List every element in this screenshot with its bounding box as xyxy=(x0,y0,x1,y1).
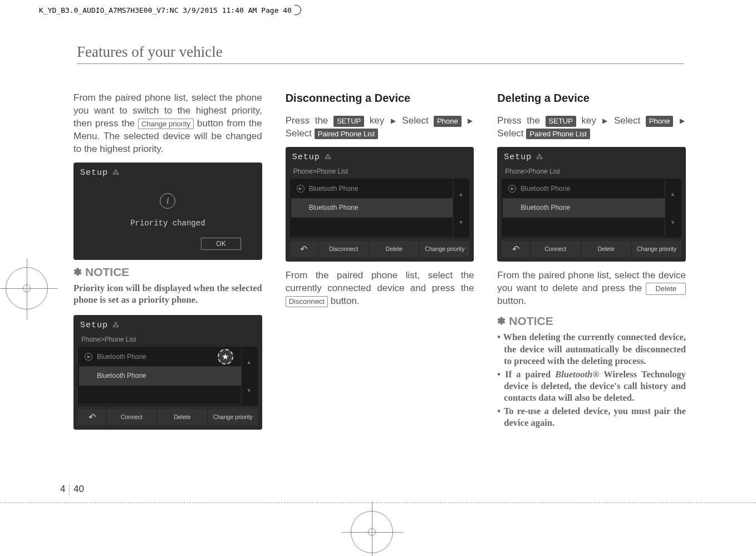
delete-inline-button[interactable]: Delete xyxy=(646,283,686,295)
file-header: K_YD_B3.0_AUDIO_A7MS7H3E00_V7:NC 3/9/201… xyxy=(39,4,301,16)
scroll-down-icon[interactable]: ▼ xyxy=(241,376,257,405)
page-header-title: Features of your vehicle xyxy=(77,43,684,63)
para-disconnect-instruction: From the paired phone list, select the c… xyxy=(286,269,474,308)
list-item-empty xyxy=(291,218,453,237)
ok-button[interactable]: OK xyxy=(201,238,240,250)
change-priority-button[interactable]: Change priority xyxy=(138,119,194,130)
notice-heading: ✽ NOTICE xyxy=(497,314,686,328)
column-3: Deleting a Device Press the SETUP key ▶ … xyxy=(497,92,686,435)
para-press-setup: Press the SETUP key ▶ Select Phone ▶ Sel… xyxy=(497,115,686,140)
connect-button[interactable]: Connect xyxy=(531,241,580,258)
crop-mark-bottom xyxy=(351,511,393,553)
notice-label: NOTICE xyxy=(85,265,129,279)
arrow-icon: ▶ xyxy=(468,116,473,125)
scroll-down-icon[interactable]: ▼ xyxy=(453,208,468,237)
play-icon: ▶ xyxy=(297,185,305,193)
scroll-up-icon[interactable]: ▲ xyxy=(453,180,468,208)
list-item[interactable]: Bluetooth Phone xyxy=(79,367,241,386)
phone-button[interactable]: Phone xyxy=(434,116,462,127)
notice-list: When deleting the currently connected de… xyxy=(497,331,686,429)
scroll-down-icon[interactable]: ▼ xyxy=(665,208,680,237)
setup-key-button[interactable]: SETUP xyxy=(333,116,364,127)
file-header-bracket xyxy=(294,5,301,15)
notice-item: When deleting the currently connected de… xyxy=(497,331,686,367)
para-press-setup: Press the SETUP key ▶ Select Phone ▶ Sel… xyxy=(286,115,474,140)
star-icon: ★ xyxy=(218,349,233,365)
notice-label: NOTICE xyxy=(509,314,553,328)
delete-button[interactable]: Delete xyxy=(158,409,207,426)
priority-changed-text: Priority changed xyxy=(78,219,258,228)
setup-label: Setup xyxy=(80,168,108,178)
list-item[interactable]: ▶ Bluetooth Phone xyxy=(291,180,453,199)
arrow-icon: ▶ xyxy=(602,116,607,125)
heading-disconnecting: Disconnecting a Device xyxy=(286,92,474,105)
change-priority-button[interactable]: Change priority xyxy=(420,241,469,258)
disconnect-button[interactable]: Disconnect xyxy=(319,241,369,258)
para-delete-instruction: From the paired phone list, select the d… xyxy=(497,269,686,308)
setup-label: Setup xyxy=(504,152,532,162)
notice-heading: ✽ NOTICE xyxy=(73,265,262,279)
notice-item: If a paired Bluetooth® Wireless Technolo… xyxy=(497,368,686,404)
breadcrumb: Phone>Phone List xyxy=(502,166,681,176)
file-header-text: K_YD_B3.0_AUDIO_A7MS7H3E00_V7:NC 3/9/201… xyxy=(39,6,292,14)
arrow-icon: ▶ xyxy=(680,116,685,125)
disconnect-inline-button[interactable]: Disconnect xyxy=(286,296,328,307)
list-item[interactable]: Bluetooth Phone xyxy=(291,199,453,218)
bluetooth-icon: ⁂ xyxy=(325,153,331,161)
screen-priority-changed: Setup ⁂ i Priority changed OK xyxy=(73,163,262,260)
scroll-up-icon[interactable]: ▲ xyxy=(665,180,680,208)
back-button[interactable]: ↶ xyxy=(502,241,529,258)
breadcrumb: Phone>Phone List xyxy=(78,334,258,345)
delete-button[interactable]: Delete xyxy=(581,241,631,258)
notice-item: To re-use a deleted device, you must pai… xyxy=(497,405,686,429)
heading-deleting: Deleting a Device xyxy=(497,92,686,105)
crop-mark-left xyxy=(6,267,48,309)
scroll-up-icon[interactable]: ▲ xyxy=(241,348,257,376)
notice-marker: ✽ xyxy=(497,315,505,327)
back-button[interactable]: ↶ xyxy=(290,241,318,258)
bluetooth-icon: ⁂ xyxy=(112,321,119,329)
change-priority-button[interactable]: Change priority xyxy=(632,241,681,258)
list-item[interactable]: ▶ Bluetooth Phone xyxy=(503,180,665,199)
screen-disconnect: Setup ⁂ Phone>Phone List ▶ Bluetooth Pho… xyxy=(286,147,474,262)
bluetooth-icon: ⁂ xyxy=(536,153,543,161)
paired-phone-list-button[interactable]: Paired Phone List xyxy=(315,129,379,140)
notice-marker: ✽ xyxy=(73,266,82,278)
setup-label: Setup xyxy=(292,152,320,162)
info-icon: i xyxy=(160,193,175,209)
column-1: From the paired phone list, select the p… xyxy=(73,92,262,435)
notice-body: Priority icon will be displayed when the… xyxy=(73,282,262,306)
delete-button[interactable]: Delete xyxy=(370,241,419,258)
connect-button[interactable]: Connect xyxy=(107,409,156,426)
list-item-empty xyxy=(503,218,665,237)
column-2: Disconnecting a Device Press the SETUP k… xyxy=(286,92,474,435)
list-item[interactable]: Bluetooth Phone xyxy=(503,199,665,218)
page-number: 4 40 xyxy=(60,484,84,495)
phone-button[interactable]: Phone xyxy=(646,116,674,127)
change-priority-button[interactable]: Change priority xyxy=(208,409,258,426)
para-change-priority: From the paired phone list, select the p… xyxy=(73,92,262,156)
list-item[interactable]: ▶ Bluetooth Phone ★ xyxy=(79,348,241,367)
play-icon: ▶ xyxy=(85,353,92,361)
screen-phone-list-star: Setup ⁂ Phone>Phone List ▶ Bluetooth Pho… xyxy=(73,315,262,430)
arrow-icon: ▶ xyxy=(391,116,396,125)
list-item-empty xyxy=(79,386,241,405)
screen-delete: Setup ⁂ Phone>Phone List ▶ Bluetooth Pho… xyxy=(497,147,686,262)
back-button[interactable]: ↶ xyxy=(78,409,106,426)
page-header: Features of your vehicle xyxy=(77,43,684,64)
setup-label: Setup xyxy=(80,321,108,330)
setup-key-button[interactable]: SETUP xyxy=(546,116,576,127)
breadcrumb: Phone>Phone List xyxy=(290,166,470,176)
play-icon: ▶ xyxy=(508,185,516,193)
footer-rule xyxy=(0,503,756,503)
bluetooth-icon: ⁂ xyxy=(112,169,119,176)
paired-phone-list-button[interactable]: Paired Phone List xyxy=(526,129,590,140)
